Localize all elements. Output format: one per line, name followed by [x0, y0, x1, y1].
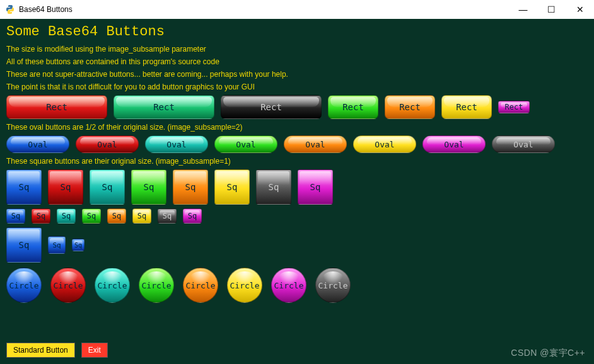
sq-btn[interactable]: Sq — [48, 169, 83, 205]
page-title: Some Base64 Buttons — [6, 24, 588, 40]
circle-btn[interactable]: Circle — [6, 268, 42, 303]
rect-btn[interactable]: Rect — [6, 95, 107, 119]
desc-line: The size is modified using the image_sub… — [6, 45, 588, 54]
titlebar: Base64 Buttons — ☐ ✕ — [0, 0, 594, 19]
square-button-row-1: SqSqSqSqSqSqSqSq — [6, 169, 588, 205]
sq-btn[interactable]: Sq — [6, 208, 25, 224]
sq-btn[interactable]: Sq — [158, 208, 177, 224]
circle-btn[interactable]: Circle — [139, 268, 174, 303]
oval-btn[interactable]: Oval — [145, 135, 208, 153]
rect-btn[interactable]: Rect — [498, 101, 530, 113]
client-area: Some Base64 Buttons The size is modified… — [0, 19, 594, 364]
square-button-row-2: SqSqSqSqSqSqSqSq — [6, 208, 588, 224]
sq-btn[interactable]: Sq — [90, 169, 125, 205]
rect-btn[interactable]: Rect — [221, 95, 322, 119]
watermark: CSDN @寰宇C++ — [511, 348, 585, 359]
sq-btn[interactable]: Sq — [32, 208, 50, 224]
maximize-button[interactable]: ☐ — [537, 0, 566, 19]
close-button[interactable]: ✕ — [566, 0, 594, 19]
circle-btn[interactable]: Circle — [271, 268, 306, 303]
window-title: Base64 Buttons — [19, 5, 73, 14]
oval-caption: These oval buttons are 1/2 of their orig… — [6, 123, 588, 132]
oval-btn[interactable]: Oval — [353, 135, 416, 153]
rect-btn[interactable]: Rect — [385, 95, 435, 119]
bottom-button-row: Standard Button Exit — [6, 343, 108, 358]
circle-button-row: CircleCircleCircleCircleCircleCircleCirc… — [6, 268, 588, 303]
sq-btn[interactable]: Sq — [72, 239, 84, 251]
sq-btn[interactable]: Sq — [6, 227, 42, 263]
oval-button-row: OvalOvalOvalOvalOvalOvalOvalOval — [6, 135, 588, 153]
sq-btn[interactable]: Sq — [256, 169, 291, 205]
oval-btn[interactable]: Oval — [492, 135, 555, 153]
standard-button[interactable]: Standard Button — [6, 343, 75, 358]
sq-btn[interactable]: Sq — [82, 208, 101, 224]
desc-line: The point is that it is not difficult fo… — [6, 82, 588, 91]
desc-line: All of these buttons are contained in th… — [6, 57, 588, 66]
sq-btn[interactable]: Sq — [6, 169, 42, 205]
circle-btn[interactable]: Circle — [315, 268, 351, 303]
rect-btn[interactable]: Rect — [114, 95, 214, 119]
rect-button-row: RectRectRectRectRectRectRect — [6, 95, 588, 119]
oval-btn[interactable]: Oval — [6, 135, 69, 153]
sq-btn[interactable]: Sq — [107, 208, 126, 224]
sq-btn[interactable]: Sq — [183, 208, 202, 224]
rect-btn[interactable]: Rect — [441, 95, 492, 119]
circle-btn[interactable]: Circle — [183, 268, 218, 303]
oval-btn[interactable]: Oval — [214, 135, 277, 153]
rect-btn[interactable]: Rect — [328, 95, 378, 119]
desc-line: These are not super-attractive buttons..… — [6, 70, 588, 79]
python-icon — [5, 4, 15, 14]
sq-btn[interactable]: Sq — [48, 236, 66, 254]
circle-btn[interactable]: Circle — [50, 268, 86, 303]
oval-btn[interactable]: Oval — [76, 135, 139, 153]
square-caption: These square buttons are their original … — [6, 157, 588, 166]
oval-btn[interactable]: Oval — [284, 135, 347, 153]
oval-btn[interactable]: Oval — [422, 135, 486, 153]
sq-btn[interactable]: Sq — [173, 169, 208, 205]
exit-button[interactable]: Exit — [81, 343, 108, 358]
circle-btn[interactable]: Circle — [227, 268, 262, 303]
circle-btn[interactable]: Circle — [95, 268, 130, 303]
sq-btn[interactable]: Sq — [57, 208, 76, 224]
sq-btn[interactable]: Sq — [298, 169, 333, 205]
sq-btn[interactable]: Sq — [131, 169, 166, 205]
square-button-row-3: SqSqSq — [6, 227, 588, 263]
sq-btn[interactable]: Sq — [214, 169, 250, 205]
sq-btn[interactable]: Sq — [132, 208, 151, 224]
minimize-button[interactable]: — — [509, 0, 537, 19]
